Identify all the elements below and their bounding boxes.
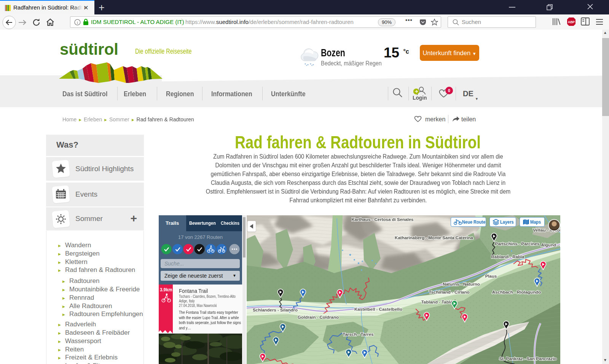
svg-text:Rabland - Rablà: Rabland - Rablà: [491, 254, 525, 259]
svg-text:Partschins - Parcines: Partschins - Parcines: [495, 242, 540, 246]
svg-text:i: i: [77, 20, 78, 25]
svg-text:Plaus: Plaus: [485, 274, 497, 278]
svg-text:Tarsch - Tarres: Tarsch - Tarres: [343, 332, 373, 337]
svg-text:Goldrain - Coldrano: Goldrain - Coldrano: [298, 315, 339, 319]
svg-text:Katharinaberg - Monte Santa Ca: Katharinaberg - Monte Santa Caterina: [395, 235, 473, 240]
svg-text:Schlanders - Silandro: Schlanders - Silandro: [253, 308, 298, 312]
svg-text:Aschbach - Riolagundo: Aschbach - Riolagundo: [492, 290, 541, 294]
svg-text:Tabland - Tablà: Tabland - Tablà: [421, 300, 453, 304]
svg-text:Tschirland - Cirlano: Tschirland - Cirlano: [429, 290, 469, 294]
svg-text:Karthaus - Certosa di Senales: Karthaus - Certosa di Senales: [352, 217, 414, 222]
svg-text:Naturns - Naturno: Naturns - Naturno: [443, 282, 480, 286]
svg-text:Kastelbell - Castelbello: Kastelbell - Castelbello: [354, 307, 402, 312]
svg-text:0: 0: [448, 88, 450, 93]
svg-text:ABP: ABP: [568, 20, 575, 24]
svg-text:St. Pankraz - San Pancrazio: St. Pankraz - San Pancrazio: [499, 356, 557, 361]
svg-text:Algund - L: Algund - L: [541, 243, 560, 247]
